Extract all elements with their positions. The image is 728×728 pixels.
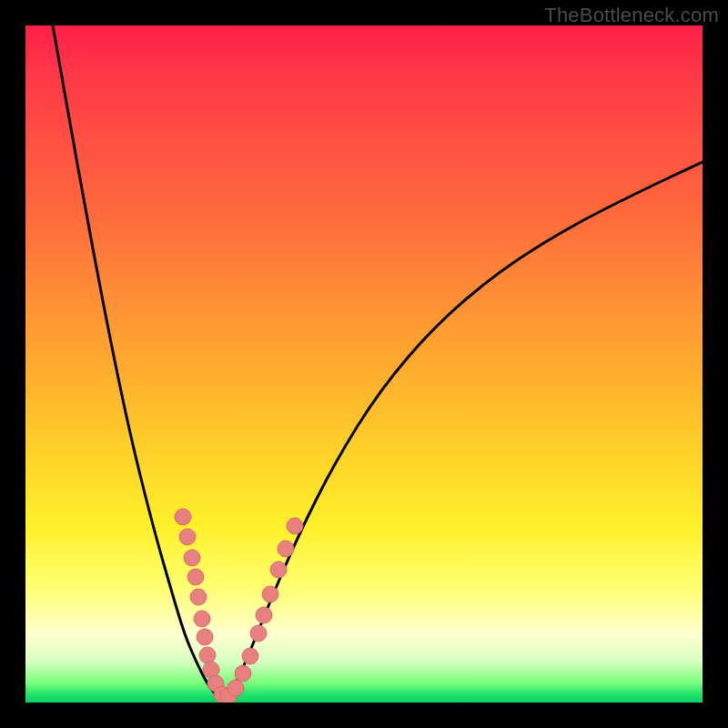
bottleneck-curve [53,25,703,701]
curve-marker [184,550,200,566]
curve-marker [228,680,244,696]
curve-marker [190,589,207,605]
curve-marker [287,518,303,534]
curve-marker [256,607,272,623]
curve-marker [270,561,287,578]
curve-marker [242,648,258,664]
curve-marker [194,611,210,627]
plot-area [25,25,703,703]
curve-marker [278,541,294,557]
curve-marker [235,665,251,682]
curve-marker [175,509,191,525]
chart-frame: TheBottleneck.com [0,0,728,728]
curve-marker [203,662,219,678]
curve-marker [199,647,216,663]
curve-marker [250,625,267,642]
curve-marker [262,586,278,602]
marker-group [175,509,303,703]
curve-marker [187,569,204,585]
curve-marker [214,686,230,703]
watermark-label: TheBottleneck.com [544,4,719,27]
curve-svg [25,25,703,703]
curve-marker [220,688,237,703]
curve-marker [197,629,213,645]
curve-marker [207,675,224,692]
curve-marker [179,529,196,545]
